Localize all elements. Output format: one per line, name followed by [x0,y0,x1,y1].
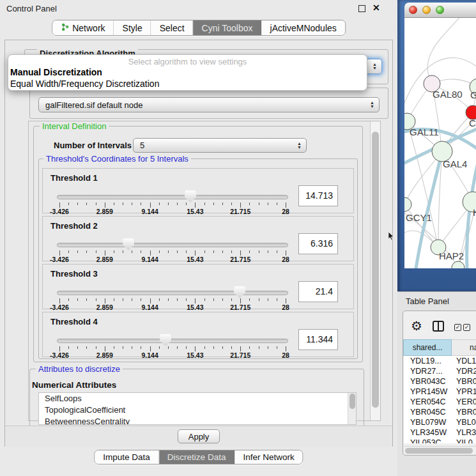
table-row[interactable]: YDR27...YDR2 [404,366,476,376]
tick-label: -3.426 [50,208,69,215]
minimize-traffic-light[interactable] [422,6,431,14]
scrollbar-thumb[interactable] [405,448,473,454]
cell-name: YDL1 [452,356,476,366]
table-header-row: shared... na [403,339,476,356]
table-row[interactable]: YPR145WYPR1 [404,387,476,397]
tick-mark [186,346,187,349]
attribute-list-item[interactable]: TopologicalCoefficient [39,404,356,416]
apply-button[interactable]: Apply [178,429,220,443]
slider-track[interactable] [57,291,288,295]
tab-label: Select [160,23,185,33]
table-row[interactable]: YER054CYER0 [404,397,476,407]
tick-mark [222,203,223,205]
split-columns-icon[interactable] [433,321,444,332]
num-intervals-label: Number of Intervals [54,141,132,150]
network-node[interactable] [404,197,411,211]
tick-mark [195,250,196,256]
table-row[interactable]: YLR345WYLR3 [404,427,476,438]
scrollbar-thumb[interactable] [349,394,355,409]
float-window-icon[interactable] [358,5,365,12]
settings-scrollbar[interactable] [370,121,380,420]
tab-cyni-toolbox[interactable]: Cyni Toolbox [194,20,262,35]
tick-mark [150,203,151,208]
network-nodes [404,75,476,268]
attributes-list-scrollbar[interactable] [348,393,356,424]
attribute-list-item[interactable]: SelfLoops [39,393,356,404]
threshold-value-field[interactable]: 6.316 [298,233,338,254]
threshold-value-field[interactable]: 14.713 [298,185,338,206]
slider-track[interactable] [57,339,288,343]
tab-discretize-data[interactable]: Discretize Data [159,450,235,464]
tick-mark [177,298,178,301]
tick-mark [286,250,286,256]
slider-thumb[interactable] [160,334,171,346]
column-header-shared-name[interactable]: shared... [403,339,452,356]
tick-mark [240,250,241,256]
network-icon [61,23,69,33]
tab-label: Infer Network [243,452,294,462]
slider-track[interactable] [57,243,288,247]
tab-select[interactable]: Select [151,20,194,35]
column-header-name[interactable]: na [452,339,476,356]
cell-name: YDR2 [452,366,476,376]
checkbox-icon[interactable]: ✓ [463,324,470,331]
tick-label: 2.859 [96,208,113,215]
num-intervals-combobox[interactable]: 5 ▲▼ [133,138,307,153]
tick-mark [204,203,205,205]
tick-mark [105,346,105,351]
numerical-attributes-list[interactable]: SelfLoopsTopologicalCoefficientBetweenne… [38,392,357,425]
gear-icon[interactable]: ⚙ [411,318,422,334]
threshold-label: Threshold 4 [50,317,98,326]
table-data-combobox[interactable]: galFiltered.sif default node ▲▼ [38,97,380,112]
tick-mark [114,250,114,253]
threshold-panel: Threshold 1-3.4262.8599.14415.4321.71528… [42,168,354,213]
network-window-titlebar[interactable] [404,3,476,18]
tab-style[interactable]: Style [114,20,151,35]
algorithm-placeholder: Select algorithm to view settings [8,57,367,66]
tick-mark [159,298,160,301]
numerical-attributes-label: Numerical Attributes [32,380,116,390]
slider-track[interactable] [57,195,288,199]
network-canvas[interactable]: GAL80GACGAL11GAL4GCY1HHAP2 [404,18,476,268]
table-row[interactable]: YBR045CYBR0 [404,407,476,417]
tick-mark [114,346,114,349]
slider-thumb[interactable] [234,286,245,298]
slider-thumb[interactable] [123,238,134,250]
tick-mark [86,250,87,253]
tick-label: 21.715 [230,208,250,215]
tick-mark [195,203,196,208]
tick-mark [68,298,69,301]
close-icon[interactable]: ✕ [372,3,380,13]
threshold-value-field[interactable]: 21.4 [298,281,338,302]
table-row[interactable]: YBR043CYBR0 [404,376,476,387]
threshold-label: Threshold 1 [50,173,98,183]
tick-label: 28 [282,351,289,359]
tab-impute-data[interactable]: Impute Data [95,450,159,464]
tab-infer-network[interactable]: Infer Network [234,450,302,464]
attribute-list-item[interactable]: BetweennessCentrality [39,416,356,425]
table-row[interactable]: YIL053CYIL0 [404,438,476,443]
tick-mark [240,203,241,208]
threshold-value-field[interactable]: 11.344 [298,329,338,350]
node-label: GCY1 [406,212,432,223]
tick-mark [123,203,123,205]
algorithm-option-manual[interactable]: Manual Discretization [8,66,367,78]
tick-label: 9.144 [141,351,158,359]
table-row[interactable]: YDL19...YDL1 [404,356,476,366]
tab-network[interactable]: Network [52,20,114,35]
tab-jactivemnodules[interactable]: jActiveMNodules [262,20,345,35]
zoom-traffic-light[interactable] [436,6,444,14]
node-label: GAL80 [433,89,463,100]
close-traffic-light[interactable] [409,6,417,14]
table-row[interactable]: YBL079WYBL0 [404,417,476,427]
scrollbar-thumb[interactable] [372,132,379,408]
algorithm-option-equal-width[interactable]: Equal Width/Frequency Discretization [8,78,367,89]
slider-thumb[interactable] [185,190,196,203]
node-table: ⚙ ✓ ✓ shared... na YDL19...YDL1YDR27...Y… [403,311,476,456]
network-node[interactable] [452,261,464,268]
tick-label: 28 [282,303,289,311]
table-panel: Table Panel ⚙ ✓ ✓ shared... na YDL19...Y… [397,291,476,476]
table-horizontal-scrollbar[interactable] [404,446,476,454]
threshold-label: Threshold 3 [50,269,98,279]
checkbox-icon[interactable]: ✓ [454,324,461,331]
